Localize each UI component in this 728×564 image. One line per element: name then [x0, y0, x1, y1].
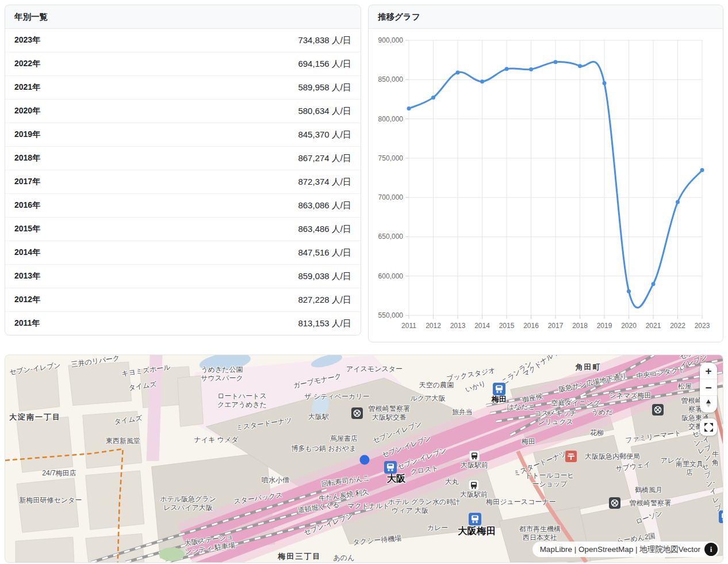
year-label: 2020年	[14, 106, 40, 116]
value-label: 827,228 人/日	[298, 295, 351, 306]
zoom-in-button[interactable]: +	[700, 363, 717, 379]
yearly-panel-header: 年別一覧	[5, 5, 361, 29]
dashboard-page: 年別一覧 2023年734,838 人/日2022年694,156 人/日202…	[0, 0, 728, 564]
svg-text:2023: 2023	[695, 322, 710, 330]
value-label: 863,486 人/日	[298, 224, 351, 235]
svg-text:2015: 2015	[499, 322, 515, 330]
svg-text:850,000: 850,000	[378, 75, 404, 83]
svg-text:2013: 2013	[450, 322, 466, 330]
svg-text:650,000: 650,000	[378, 233, 404, 241]
svg-text:600,000: 600,000	[378, 272, 404, 280]
compass-icon	[704, 399, 713, 408]
fullscreen-icon	[704, 422, 714, 432]
value-label: 845,370 人/日	[298, 129, 351, 140]
year-label: 2015年	[14, 224, 40, 234]
table-row: 2021年589,958 人/日	[5, 76, 361, 100]
value-label: 813,153 人/日	[298, 318, 351, 329]
yearly-panel-title: 年別一覧	[14, 12, 48, 22]
svg-text:2019: 2019	[597, 322, 612, 330]
value-label: 734,838 人/日	[298, 35, 351, 46]
svg-text:2020: 2020	[621, 322, 637, 330]
svg-text:800,000: 800,000	[378, 115, 404, 123]
svg-text:2011: 2011	[401, 322, 416, 330]
year-label: 2011年	[14, 318, 40, 329]
year-label: 2022年	[14, 59, 40, 69]
table-row: 2012年827,228 人/日	[5, 288, 361, 312]
attribution-text[interactable]: MapLibre | OpenStreetMap | 地理院地図Vector	[540, 544, 700, 555]
table-row: 2022年694,156 人/日	[5, 52, 361, 76]
svg-text:700,000: 700,000	[378, 193, 404, 201]
value-label: 580,634 人/日	[298, 106, 351, 117]
map-canvas[interactable]	[5, 355, 723, 562]
year-label: 2014年	[14, 247, 40, 258]
yearly-panel: 年別一覧 2023年734,838 人/日2022年694,156 人/日202…	[5, 5, 361, 336]
svg-text:2016: 2016	[523, 322, 539, 330]
value-label: 867,274 人/日	[298, 153, 351, 164]
chart-panel: 推移グラフ 550,000600,000650,000700,000750,00…	[368, 5, 723, 342]
svg-text:2014: 2014	[474, 322, 490, 330]
chart-panel-title: 推移グラフ	[378, 12, 420, 22]
compass-button[interactable]	[700, 396, 717, 413]
year-label: 2016年	[14, 200, 40, 211]
table-row: 2016年863,086 人/日	[5, 194, 361, 218]
svg-text:550,000: 550,000	[378, 311, 404, 319]
line-chart-svg: 550,000600,000650,000700,000750,000800,0…	[369, 29, 723, 342]
yearly-table-body: 2023年734,838 人/日2022年694,156 人/日2021年589…	[5, 29, 361, 335]
table-row: 2014年847,516 人/日	[5, 241, 361, 265]
value-label: 863,086 人/日	[298, 200, 351, 211]
svg-text:750,000: 750,000	[378, 154, 404, 162]
transition-chart[interactable]: 550,000600,000650,000700,000750,000800,0…	[369, 29, 723, 342]
year-label: 2023年	[14, 35, 40, 45]
map-attribution[interactable]: MapLibre | OpenStreetMap | 地理院地図Vector i	[532, 542, 719, 557]
value-label: 859,038 人/日	[298, 271, 351, 282]
fullscreen-button[interactable]	[700, 418, 717, 436]
year-label: 2019年	[14, 129, 40, 140]
table-row: 2018年867,274 人/日	[5, 147, 361, 170]
top-panels: 年別一覧 2023年734,838 人/日2022年694,156 人/日202…	[5, 5, 723, 342]
table-row: 2019年845,370 人/日	[5, 123, 361, 147]
table-row: 2013年859,038 人/日	[5, 265, 361, 288]
map-panel[interactable]: セブン-イレブン三井のリパークキヨミズホールタイムズうめきた公園 サウスパークロ…	[5, 355, 723, 563]
year-label: 2018年	[14, 153, 40, 163]
year-label: 2012年	[14, 295, 40, 305]
table-row: 2017年872,374 人/日	[5, 170, 361, 194]
svg-text:2021: 2021	[646, 322, 661, 330]
value-label: 872,374 人/日	[298, 177, 351, 188]
year-label: 2013年	[14, 271, 40, 281]
table-row: 2015年863,486 人/日	[5, 218, 361, 241]
value-label: 694,156 人/日	[298, 59, 351, 70]
chart-panel-header: 推移グラフ	[369, 5, 723, 29]
svg-text:2018: 2018	[572, 322, 588, 330]
value-label: 589,958 人/日	[298, 82, 351, 93]
year-label: 2021年	[14, 82, 40, 93]
table-row: 2023年734,838 人/日	[5, 29, 361, 52]
table-row: 2020年580,634 人/日	[5, 100, 361, 123]
map-zoom-controls: + −	[700, 363, 717, 413]
info-icon[interactable]: i	[704, 543, 718, 556]
svg-text:900,000: 900,000	[378, 36, 404, 44]
zoom-out-button[interactable]: −	[700, 379, 717, 396]
svg-text:2012: 2012	[426, 322, 441, 330]
year-label: 2017年	[14, 177, 40, 187]
svg-text:2017: 2017	[548, 322, 564, 330]
table-row: 2011年813,153 人/日	[5, 312, 361, 335]
svg-text:2022: 2022	[670, 322, 685, 330]
value-label: 847,516 人/日	[298, 247, 351, 258]
